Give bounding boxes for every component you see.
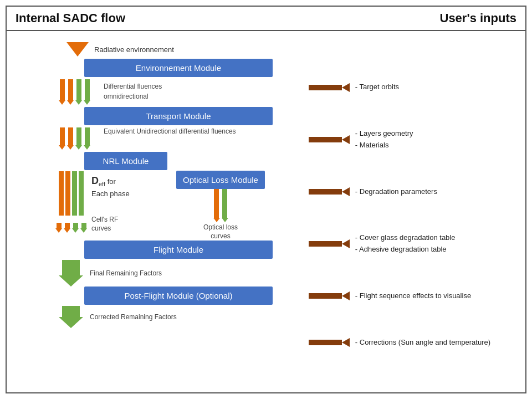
nrl-optical-row: NRL Module: [51, 152, 265, 241]
labels-target-orbits: - Target orbits: [355, 81, 399, 93]
corrected-remaining-label: Corrected Remaining Factors: [90, 313, 177, 321]
final-remaining-label: Final Remaining Factors: [90, 269, 162, 277]
postflight-module: Post-Flight Module (Optional): [84, 287, 273, 305]
brown-arrow-1: [309, 83, 350, 92]
input-layers-materials: - Layers geometry - Materials: [309, 128, 520, 151]
stripe-g2: [84, 79, 90, 105]
transport-to-nrl: Equivalent Unidirectional differential f…: [51, 125, 236, 152]
input-cover-glass: - Cover glass degradation table - Adhesi…: [309, 232, 520, 255]
content-area: Radiative environnement Environnement Mo…: [7, 31, 525, 388]
input-target-orbits: - Target orbits: [309, 81, 520, 93]
flight-module-wrapper: Flight Module: [51, 241, 273, 259]
optical-loss-label: Optical losscurves: [203, 223, 238, 241]
nrl-module: NRL Module: [84, 152, 167, 170]
nrl-col: NRL Module: [51, 152, 167, 233]
brown-arrow-4: [309, 239, 350, 248]
transport-module: Transport Module: [84, 107, 273, 125]
green-arrow-big: [59, 275, 83, 287]
main-container: Internal SADC flow User's inputs Radiati…: [6, 6, 526, 393]
transport-module-wrapper: Transport Module: [51, 107, 273, 125]
brown-arrow-5: [309, 291, 350, 300]
brown-arrow-6: [309, 338, 350, 347]
input-corrections: - Corrections (Sun angle and temperature…: [309, 337, 520, 349]
final-factors-row: Final Remaining Factors: [51, 260, 162, 287]
title-left: Internal SADC flow: [16, 11, 125, 25]
flight-module: Flight Module: [84, 241, 273, 259]
green-arrow-big-2: [59, 317, 83, 328]
cells-rf-area: Cell's RFcurves: [51, 216, 167, 233]
labels-layers-materials: - Layers geometry - Materials: [355, 128, 413, 151]
corrected-factors-row: Corrected Remaining Factors: [51, 306, 177, 328]
brown-arrow-2: [309, 135, 350, 144]
inputs-panel: - Target orbits - Layers geometry - Mate…: [292, 37, 525, 382]
stripe-g1: [75, 79, 82, 105]
title-right: User's inputs: [440, 11, 517, 25]
input-flight-sequence: - Flight sequence effects to visualise: [309, 290, 520, 302]
equiv-uni-label: Equivalent Unidirectional differential f…: [104, 127, 236, 152]
stripe-o1: [59, 79, 65, 105]
optical-module: Optical Loss Module: [176, 171, 265, 189]
flow-diagram: Radiative environnement Environnement Mo…: [7, 37, 292, 382]
labels-flight-sequence: - Flight sequence effects to visualise: [355, 290, 471, 302]
stripes-env-transport: [51, 77, 98, 107]
postflight-module-wrapper: Post-Flight Module (Optional): [51, 287, 273, 305]
env-to-transport: Differential fluencesomnidirectional: [51, 77, 162, 107]
radiative-label: Radiative environnement: [94, 45, 174, 54]
environment-module: Environnement Module: [84, 59, 273, 77]
labels-corrections: - Corrections (Sun angle and temperature…: [355, 337, 490, 349]
diff-fluences-label: Differential fluencesomnidirectional: [104, 81, 162, 107]
left-stripes-arrows: [55, 223, 87, 233]
labels-cover-glass: - Cover glass degradation table - Adhesi…: [355, 232, 456, 255]
inputs-list: - Target orbits - Layers geometry - Mate…: [309, 42, 520, 377]
input-degradation: - Degradation parameters: [309, 186, 520, 198]
labels-degradation: - Degradation parameters: [355, 186, 437, 198]
deff-label: Deff forEach phase: [91, 173, 130, 200]
header: Internal SADC flow User's inputs: [7, 7, 525, 31]
brown-arrow-3: [309, 187, 350, 196]
stripes-nrl-left: [51, 171, 91, 216]
stripes-transport-nrl: [51, 125, 98, 152]
stripe-o2: [67, 79, 74, 105]
env-module-wrapper: Environnement Module: [51, 59, 273, 77]
radiative-label-row: Radiative environnement: [66, 42, 174, 57]
optical-col: Optical Loss Module: [176, 171, 265, 241]
cells-rf-label: Cell's RFcurves: [91, 216, 118, 233]
orange-arrow-top: [66, 42, 89, 57]
nrl-below: Deff forEach phase: [51, 171, 167, 216]
